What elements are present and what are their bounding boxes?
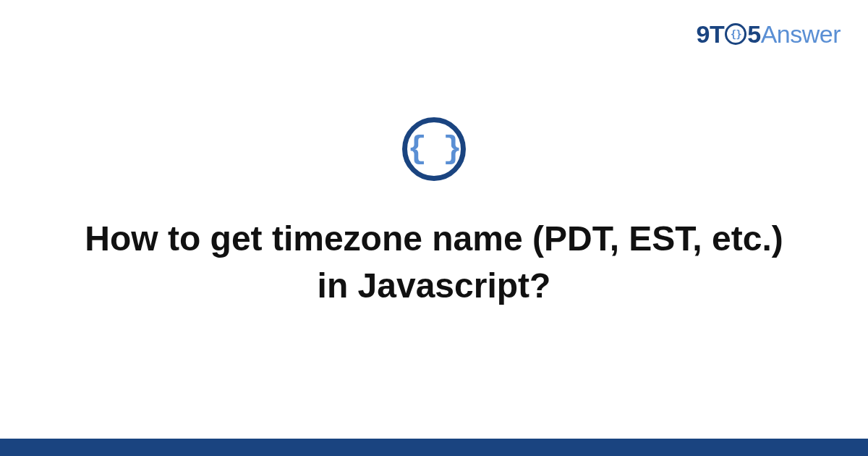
- logo-text-9t: 9T: [697, 20, 725, 48]
- code-braces-icon: { }: [402, 117, 466, 181]
- main-content: { } How to get timezone name (PDT, EST, …: [0, 0, 868, 456]
- logo-text-answer: Answer: [761, 20, 841, 48]
- site-logo: 9T {} 5 Answer: [697, 20, 841, 48]
- question-title: How to get timezone name (PDT, EST, etc.…: [72, 216, 796, 310]
- logo-braces-small: {}: [731, 28, 741, 40]
- footer-accent-bar: [0, 439, 868, 456]
- braces-glyph: { }: [407, 133, 460, 165]
- logo-text-5: 5: [747, 20, 760, 48]
- logo-circle-icon: {}: [725, 23, 746, 45]
